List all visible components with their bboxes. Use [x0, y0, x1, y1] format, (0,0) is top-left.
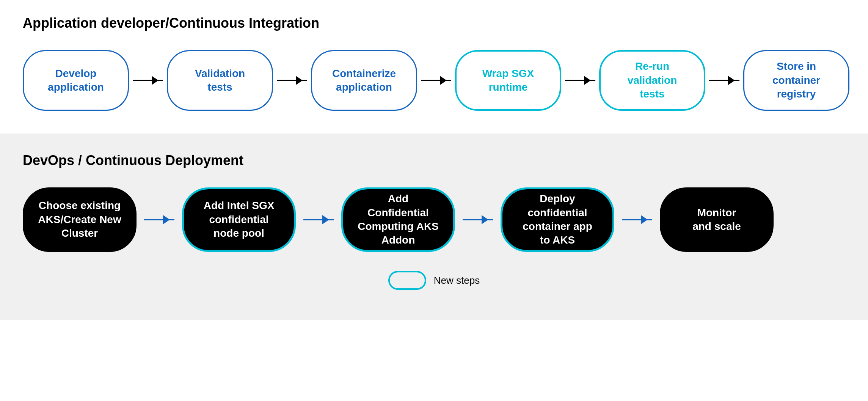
bottom-section: DevOps / Continuous Deployment Choose ex…: [0, 134, 868, 320]
arrow-bottom-4: [622, 214, 652, 225]
arrow-5: [709, 75, 739, 86]
legend: New steps: [23, 271, 845, 290]
node-monitor-and-scale: Monitorand scale: [660, 187, 774, 252]
top-section-title: Application developer/Continuous Integra…: [23, 15, 845, 31]
arrow-3: [421, 75, 451, 86]
node-deploy-confidential-container: Deployconfidentialcontainer appto AKS: [501, 187, 614, 252]
arrow-bottom-1: [144, 214, 174, 225]
arrow-bottom-3: [463, 214, 493, 225]
top-flow: Developapplication Validationtests Conta…: [23, 50, 845, 111]
arrow-4: [565, 75, 595, 86]
bottom-section-title: DevOps / Continuous Deployment: [23, 153, 845, 168]
arrow-bottom-2: [303, 214, 334, 225]
node-validation-tests: Validationtests: [167, 50, 273, 111]
arrow-1: [133, 75, 163, 86]
node-rerun-validation-tests: Re-runvalidationtests: [599, 50, 705, 111]
node-store-container-registry: Store incontainerregistry: [743, 50, 849, 111]
top-section: Application developer/Continuous Integra…: [0, 0, 868, 134]
legend-shape-new-steps: [388, 271, 426, 290]
node-choose-aks: Choose existingAKS/Create NewCluster: [23, 187, 137, 252]
legend-label: New steps: [434, 275, 480, 286]
node-add-intel-sgx: Add Intel SGXconfidentialnode pool: [182, 187, 296, 252]
node-add-confidential-computing: AddConfidentialComputing AKSAddon: [341, 187, 455, 252]
arrow-2: [277, 75, 307, 86]
node-containerize-application: Containerizeapplication: [311, 50, 417, 111]
node-develop-application: Developapplication: [23, 50, 129, 111]
node-wrap-sgx-runtime: Wrap SGXruntime: [455, 50, 561, 111]
bottom-flow: Choose existingAKS/Create NewCluster Add…: [23, 187, 845, 252]
